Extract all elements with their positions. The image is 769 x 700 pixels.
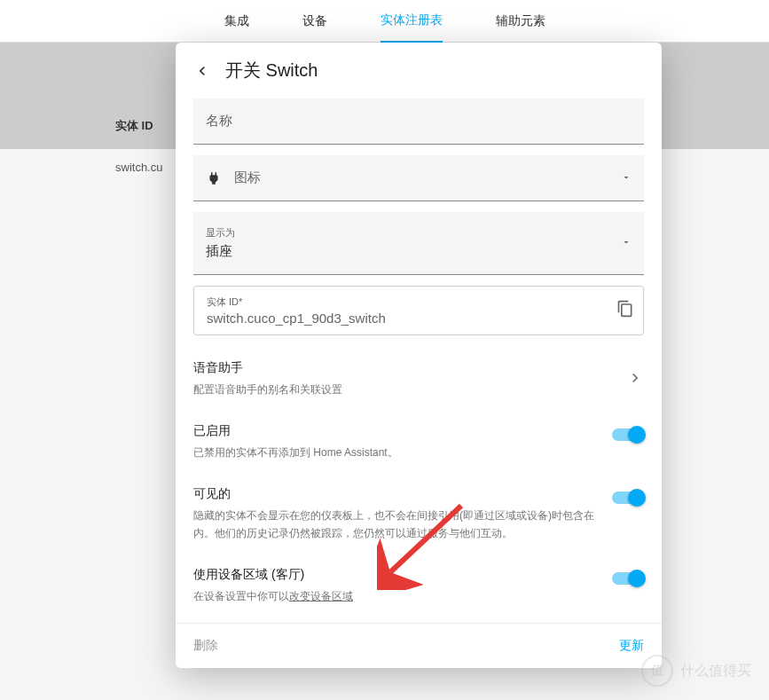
visible-toggle[interactable] [612,492,644,504]
entity-id-label: 实体 ID* [207,295,631,309]
change-area-link[interactable]: 改变设备区域 [289,590,353,602]
modal-footer: 删除 更新 [176,623,662,668]
enabled-toggle[interactable] [612,429,644,441]
copy-icon[interactable] [616,300,634,321]
back-icon[interactable] [193,62,211,80]
display-as-field[interactable]: 显示为 插座 [193,212,644,275]
icon-field[interactable]: 图标 [193,155,644,201]
update-button[interactable]: 更新 [619,638,644,654]
delete-button[interactable]: 删除 [193,638,218,654]
name-field[interactable]: 名称 [193,98,644,145]
chevron-down-icon [621,235,632,251]
tab-helpers[interactable]: 辅助元素 [496,1,545,42]
name-placeholder: 名称 [206,113,232,128]
voice-desc: 配置语音助手的别名和关联设置 [193,381,644,398]
area-title: 使用设备区域 (客厅) [193,567,600,583]
watermark-badge: 值 [641,655,673,687]
voice-title: 语音助手 [193,360,644,376]
area-toggle[interactable] [612,572,644,585]
enabled-desc: 已禁用的实体不再添加到 Home Assistant。 [193,444,600,461]
entity-id-field[interactable]: 实体 ID* switch.cuco_cp1_90d3_switch [193,286,644,335]
entity-settings-modal: 开关 Switch 名称 图标 显示为 插座 实体 ID* switch.cuc… [176,43,662,668]
area-desc: 在设备设置中你可以改变设备区域 [193,588,600,605]
area-row: 使用设备区域 (客厅) 在设备设置中你可以改变设备区域 [193,560,644,612]
chevron-right-icon [626,369,644,390]
voice-assistant-row[interactable]: 语音助手 配置语音助手的别名和关联设置 [193,353,644,405]
chevron-down-icon [621,170,632,186]
display-as-label: 显示为 [206,226,632,240]
display-as-value: 插座 [206,243,632,260]
tab-integrations[interactable]: 集成 [224,1,249,42]
area-desc-prefix: 在设备设置中你可以 [193,590,289,602]
entity-id-value: switch.cuco_cp1_90d3_switch [207,311,631,326]
watermark: 值 什么值得买 [641,655,751,687]
plug-icon [206,170,222,186]
tab-devices[interactable]: 设备 [302,1,327,42]
visible-desc: 隐藏的实体不会显示在您的仪表板上，也不会在间接引用(即通过区域或设备)时包含在内… [193,507,600,541]
enabled-title: 已启用 [193,423,600,439]
watermark-text: 什么值得买 [680,662,751,680]
tab-entity-registry[interactable]: 实体注册表 [381,0,443,43]
visible-title: 可见的 [193,486,600,502]
enabled-row: 已启用 已禁用的实体不再添加到 Home Assistant。 [193,416,644,468]
modal-title: 开关 Switch [225,59,318,83]
visible-row: 可见的 隐藏的实体不会显示在您的仪表板上，也不会在间接引用(即通过区域或设备)时… [193,479,644,548]
icon-label: 图标 [234,169,261,186]
modal-header: 开关 Switch [176,43,662,98]
